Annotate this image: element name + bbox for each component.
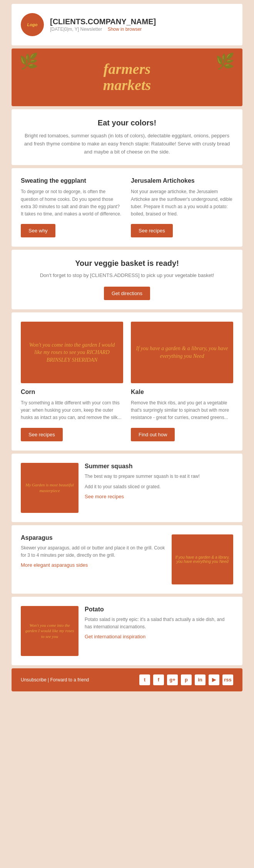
footer-links: Unsubscribe | Forward to a friend [21, 677, 89, 683]
pinterest-icon[interactable]: p [181, 674, 192, 685]
email-footer: Unsubscribe | Forward to a friend t f g+… [12, 668, 242, 691]
kale-body: Remove the thick ribs, and you get a veg… [131, 399, 233, 422]
instagram-icon[interactable]: in [195, 674, 206, 685]
summer-squash-section: My Garden is most beautiful masterpiece … [12, 454, 242, 522]
potato-section: Won't you come into the garden I would l… [12, 597, 242, 665]
rss-icon[interactable]: rss [222, 674, 233, 685]
corn-image: Won't you come into the garden I would l… [21, 322, 123, 383]
corn-col: Won't you come into the garden I would l… [21, 322, 123, 441]
googleplus-icon[interactable]: g+ [167, 674, 178, 685]
corn-kale-section: Won't you come into the garden I would l… [12, 312, 242, 451]
asparagus-img-text: If you have a garden & a library, you ha… [172, 552, 233, 567]
hero-section: Eat your colors! Bright red tomatoes, su… [12, 109, 242, 165]
squash-img-text: My Garden is most beautiful masterpiece [21, 479, 79, 496]
logo-text: Logo [27, 22, 38, 27]
squash-body2: Add it to your salads sliced or grated. [85, 483, 233, 491]
banner-decor-left: 🌿 [19, 52, 38, 70]
show-browser-link[interactable]: Show in browser [108, 27, 142, 32]
basket-title: Your veggie basket is ready! [21, 259, 233, 268]
squash-title: Summer squash [85, 463, 233, 470]
forward-link[interactable]: Forward to a friend [50, 677, 89, 683]
potato-image: Won't you come into the garden I would l… [21, 606, 79, 656]
potato-link[interactable]: Get international inspiration [85, 634, 145, 639]
newsletter-subtitle: [DATE|0|m, Y] Newsletter [50, 27, 102, 32]
corn-title: Corn [21, 389, 123, 396]
kale-col: If you have a garden & a library, you ha… [131, 322, 233, 441]
potato-text: Potato Potato salad is pretty epic: it's… [85, 606, 233, 656]
hero-title: Eat your colors! [21, 119, 233, 127]
see-more-recipes-link[interactable]: See more recipes [85, 494, 124, 499]
kale-title: Kale [131, 389, 233, 396]
see-recipes-corn-button[interactable]: See recipes [21, 428, 63, 441]
banner-title: farmers markets [103, 61, 151, 93]
two-col-section: Sweating the eggplant To degorge or not … [12, 168, 242, 247]
asparagus-text: Asparagus Skewer your asparagus, add oil… [21, 534, 165, 584]
asparagus-title: Asparagus [21, 534, 165, 541]
facebook-icon[interactable]: f [153, 674, 164, 685]
logo: Logo [21, 13, 44, 36]
basket-section: Your veggie basket is ready! Don't forge… [12, 250, 242, 309]
get-directions-button[interactable]: Get directions [104, 287, 150, 300]
banner-decor-right: 🌿 [216, 52, 235, 70]
kale-img-text: If you have a garden & a library, you ha… [131, 341, 233, 364]
squash-image: My Garden is most beautiful masterpiece [21, 463, 79, 513]
farmers-market-banner: 🌿 farmers markets 🌿 [12, 48, 242, 106]
eggplant-title: Sweating the eggplant [21, 177, 123, 184]
see-recipes-button-1[interactable]: See recipes [131, 224, 173, 237]
potato-body: Potato salad is pretty epic: it's a sala… [85, 616, 233, 631]
asparagus-image: If you have a garden & a library, you ha… [172, 534, 233, 584]
asparagus-body: Skewer your asparagus, add oil or butter… [21, 544, 165, 559]
company-name: [CLIENTS.COMPANY_NAME] [50, 17, 156, 26]
unsubscribe-link[interactable]: Unsubscribe [21, 677, 47, 683]
eggplant-col: Sweating the eggplant To degorge or not … [21, 177, 123, 237]
find-out-how-button[interactable]: Find out how [131, 428, 175, 441]
corn-img-text: Won't you come into the garden I would l… [21, 337, 123, 368]
artichokes-body: Not your average artichoke, the Jerusale… [131, 188, 233, 218]
potato-title: Potato [85, 606, 233, 613]
artichokes-title: Jerusalem Artichokes [131, 177, 233, 184]
asparagus-link[interactable]: More elegant asparagus sides [21, 562, 88, 568]
eggplant-body: To degorge or not to degorge, is often t… [21, 188, 123, 218]
kale-image: If you have a garden & a library, you ha… [131, 322, 233, 383]
footer-separator: | [48, 677, 49, 683]
youtube-icon[interactable]: ▶ [209, 674, 219, 685]
asparagus-section: Asparagus Skewer your asparagus, add oil… [12, 525, 242, 594]
corn-body: Try something a little different with yo… [21, 399, 123, 422]
header-text: [CLIENTS.COMPANY_NAME] [DATE|0|m, Y] New… [50, 17, 156, 32]
squash-body1: The best way to prepare summer squash is… [85, 473, 233, 480]
twitter-icon[interactable]: t [139, 674, 150, 685]
basket-body: Don't forget to stop by [CLIENTS.ADDRESS… [21, 272, 233, 280]
email-header: Logo [CLIENTS.COMPANY_NAME] [DATE|0|m, Y… [12, 4, 242, 45]
see-why-button[interactable]: See why [21, 224, 55, 237]
squash-text: Summer squash The best way to prepare su… [85, 463, 233, 513]
social-icons: t f g+ p in ▶ rss [139, 674, 233, 685]
potato-img-text: Won't you come into the garden I would l… [21, 619, 79, 642]
artichokes-col: Jerusalem Artichokes Not your average ar… [131, 177, 233, 237]
hero-body: Bright red tomatoes, summer squash (in l… [21, 132, 233, 156]
